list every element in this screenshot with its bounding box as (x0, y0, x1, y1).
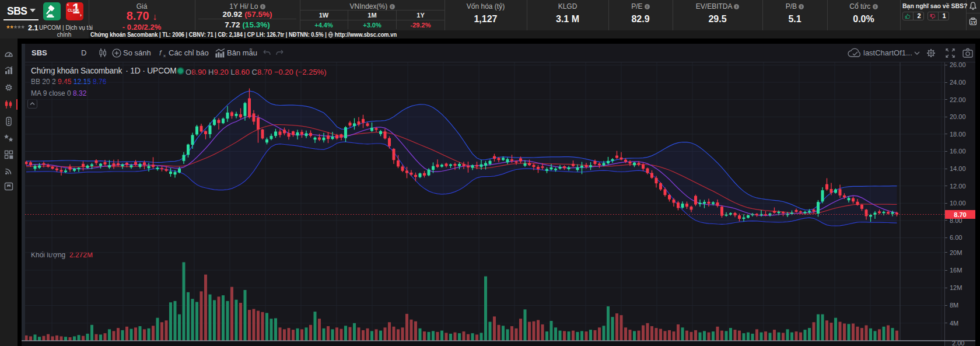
svg-text:8.70: 8.70 (954, 211, 966, 218)
svg-text:2.00: 2.00 (952, 340, 964, 346)
